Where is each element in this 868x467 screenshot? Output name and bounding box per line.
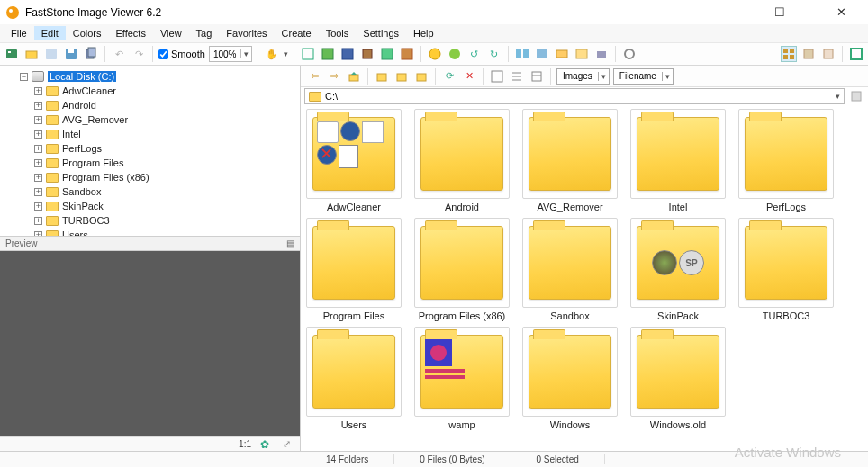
path-value: C:\	[325, 91, 338, 102]
draw-icon[interactable]	[399, 46, 415, 62]
thumb-item[interactable]: Program Files	[306, 218, 402, 321]
canvas-icon[interactable]	[339, 46, 356, 62]
path-go-icon[interactable]	[848, 88, 864, 104]
settings-icon[interactable]	[621, 46, 637, 62]
zoom-combo[interactable]: 100%▾	[209, 46, 252, 62]
tree-item[interactable]: +AVG_Remover	[34, 112, 294, 127]
view-detail-icon[interactable]	[529, 68, 545, 85]
menu-effects[interactable]: Effects	[109, 26, 153, 40]
wallpaper-icon[interactable]	[574, 46, 590, 62]
menu-create[interactable]: Create	[275, 26, 319, 40]
print-icon[interactable]	[593, 46, 610, 62]
tree-item[interactable]: +PerfLogs	[34, 141, 294, 156]
hand-icon[interactable]: ✋	[264, 46, 280, 62]
tree-item[interactable]: +Program Files (x86)	[34, 170, 294, 184]
fit-label[interactable]: 1:1	[239, 439, 251, 449]
thumb-item[interactable]: SPSkinPack	[630, 218, 726, 321]
menu-tag[interactable]: Tag	[189, 26, 220, 40]
window-maximize-button[interactable]: ☐	[762, 2, 798, 23]
left-panel: −Local Disk (C:)+AdwCleaner+Android+AVG_…	[0, 66, 301, 451]
rotate-left-icon[interactable]: ↺	[466, 46, 483, 62]
clone-icon[interactable]	[359, 46, 375, 62]
folder-tree[interactable]: −Local Disk (C:)+AdwCleaner+Android+AVG_…	[0, 66, 300, 237]
tree-item[interactable]: +Users	[34, 228, 294, 237]
tree-item[interactable]: +SkinPack	[34, 199, 294, 213]
effects-icon[interactable]	[447, 46, 463, 62]
email-icon[interactable]	[554, 46, 570, 62]
menu-tools[interactable]: Tools	[319, 26, 357, 40]
copy-icon[interactable]	[83, 46, 99, 62]
open-icon[interactable]	[23, 46, 40, 62]
menu-settings[interactable]: Settings	[356, 26, 406, 40]
thumb-item[interactable]: Android	[414, 109, 510, 212]
undo-icon[interactable]: ↶	[111, 46, 127, 62]
svg-rect-31	[851, 49, 862, 59]
thumb-item[interactable]: Users	[306, 327, 402, 430]
filter-select[interactable]: Images▾	[556, 68, 610, 85]
thumb-item[interactable]: ✕AdwCleaner	[306, 109, 402, 212]
nav-up-icon[interactable]	[346, 68, 362, 85]
svg-rect-9	[88, 48, 95, 57]
refresh-icon[interactable]: ⟳	[441, 68, 457, 85]
menu-favorites[interactable]: Favorites	[219, 26, 274, 40]
resize-icon[interactable]	[320, 46, 336, 62]
window-close-button[interactable]: ✕	[823, 2, 859, 23]
tree-item[interactable]: +TURBOC3	[34, 213, 294, 228]
slideshow-icon[interactable]	[534, 46, 550, 62]
menu-edit[interactable]: Edit	[34, 26, 66, 40]
thumb-item[interactable]: wamp	[414, 327, 510, 430]
tree-root[interactable]: −Local Disk (C:)	[20, 69, 294, 84]
preview-settings-icon[interactable]: ✿	[257, 436, 273, 453]
adjust-icon[interactable]	[427, 46, 443, 62]
view-single-icon[interactable]	[800, 46, 817, 62]
svg-rect-3	[8, 51, 11, 53]
thumb-item[interactable]: AVG_Remover	[522, 109, 618, 212]
thumb-item[interactable]: Program Files (x86)	[414, 218, 510, 321]
thumb-item[interactable]: PerfLogs	[738, 109, 834, 212]
view-compare-icon[interactable]	[820, 46, 836, 62]
menu-file[interactable]: File	[4, 26, 34, 40]
tree-item[interactable]: +Intel	[34, 127, 294, 141]
text-icon[interactable]	[379, 46, 395, 62]
menu-view[interactable]: View	[153, 26, 189, 40]
tree-item[interactable]: +Sandbox	[34, 184, 294, 199]
thumb-item[interactable]: TURBOC3	[738, 218, 834, 321]
view-list-icon[interactable]	[509, 68, 525, 85]
tree-item[interactable]: +Android	[34, 98, 294, 112]
save-as-icon[interactable]	[63, 46, 79, 62]
smooth-label: Smooth	[171, 49, 205, 59]
preview-expand-icon[interactable]: ⤢	[278, 436, 294, 453]
nav-forward-icon[interactable]: ⇨	[326, 68, 342, 85]
svg-rect-36	[492, 71, 502, 82]
delete-icon[interactable]: ✕	[461, 68, 477, 85]
smooth-checkbox[interactable]: Smooth	[158, 49, 205, 59]
fullscreen-icon[interactable]	[848, 46, 864, 62]
thumb-item[interactable]: Intel	[630, 109, 726, 212]
view-large-icon[interactable]	[489, 68, 505, 85]
nav-back-icon[interactable]: ⇦	[306, 68, 322, 85]
path-field[interactable]: C:\ ▾	[304, 88, 845, 104]
compare-icon[interactable]	[514, 46, 530, 62]
acquire-icon[interactable]	[4, 46, 20, 62]
view-thumbnails-icon[interactable]	[781, 46, 797, 62]
thumb-item[interactable]: Windows.old	[630, 327, 726, 430]
menu-colors[interactable]: Colors	[66, 26, 109, 40]
fav3-icon[interactable]	[413, 68, 429, 85]
svg-rect-22	[576, 49, 587, 58]
tree-item[interactable]: +Program Files	[34, 156, 294, 170]
window-minimize-button[interactable]: —	[701, 2, 737, 23]
crop-icon[interactable]	[300, 46, 316, 62]
redo-icon[interactable]: ↷	[131, 46, 147, 62]
main-toolbar: ↶ ↷ Smooth 100%▾ ✋▾ ↺ ↻	[0, 42, 868, 66]
fav1-icon[interactable]	[374, 68, 390, 85]
sort-select[interactable]: Filename▾	[613, 68, 674, 85]
svg-rect-11	[322, 49, 333, 59]
rotate-right-icon[interactable]: ↻	[486, 46, 502, 62]
menu-help[interactable]: Help	[406, 26, 441, 40]
svg-rect-4	[26, 51, 37, 58]
thumb-item[interactable]: Sandbox	[522, 218, 618, 321]
save-icon[interactable]	[43, 46, 59, 62]
thumb-item[interactable]: Windows	[522, 327, 618, 430]
tree-item[interactable]: +AdwCleaner	[34, 84, 294, 98]
fav2-icon[interactable]	[393, 68, 410, 85]
